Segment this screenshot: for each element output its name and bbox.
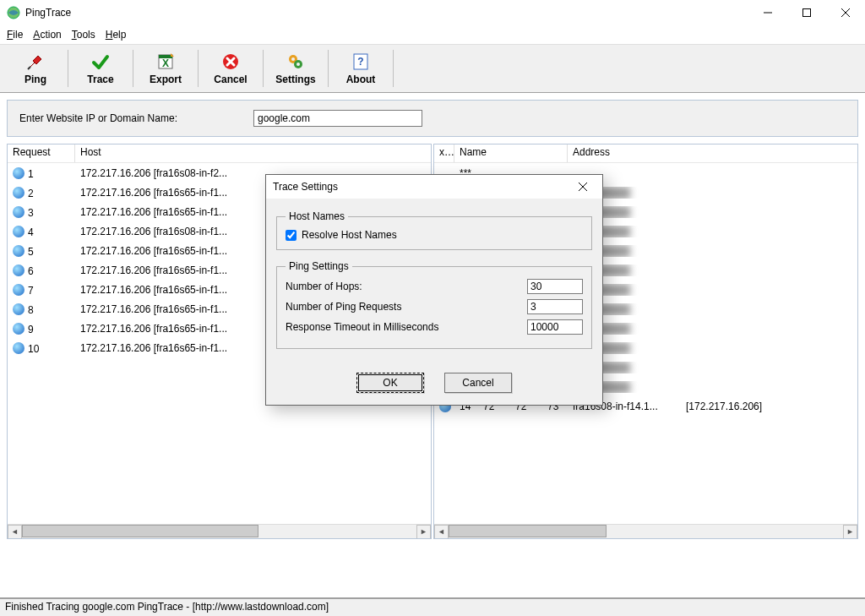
ping-requests-input[interactable] — [527, 299, 583, 314]
globe-icon — [13, 264, 24, 276]
cancel-icon — [220, 52, 241, 72]
globe-icon — [13, 245, 24, 257]
resolve-hostnames-label: Resolve Host Names — [302, 229, 397, 241]
dialog-close-button[interactable] — [570, 175, 596, 199]
svg-point-14 — [296, 63, 300, 66]
help-icon: ? — [351, 52, 371, 72]
toolbar: Ping Trace X Export Cancel Settings ? Ab… — [0, 44, 865, 93]
status-bar: Finished Tracing google.com PingTrace - … — [0, 597, 865, 616]
dialog-cancel-button[interactable]: Cancel — [444, 373, 512, 393]
window-close-button[interactable] — [826, 0, 865, 25]
dialog-ok-button[interactable]: OK — [356, 373, 424, 393]
timeout-input[interactable] — [527, 319, 583, 335]
globe-icon — [13, 167, 24, 179]
check-icon — [90, 52, 111, 72]
ping-button[interactable]: Ping — [5, 46, 66, 90]
globe-icon — [13, 303, 24, 315]
menu-tools[interactable]: Tools — [72, 29, 95, 41]
address-panel: Enter Website IP or Domain Name: — [7, 100, 858, 137]
globe-icon — [13, 284, 24, 296]
menu-action[interactable]: Action — [33, 29, 61, 41]
window-minimize-button[interactable] — [748, 0, 787, 25]
hops-input[interactable] — [527, 279, 583, 294]
timeout-label: Response Timeout in Milliseconds — [286, 321, 438, 333]
left-scrollbar[interactable]: ◄► — [8, 524, 431, 538]
col-hop[interactable]: x... — [434, 144, 454, 162]
svg-point-12 — [291, 57, 295, 61]
svg-rect-3 — [803, 9, 811, 17]
col-name[interactable]: Name — [454, 144, 568, 162]
hostnames-group: Host Names Resolve Host Names — [276, 210, 592, 250]
address-label: Enter Website IP or Domain Name: — [19, 112, 177, 124]
trace-button[interactable]: Trace — [70, 46, 131, 90]
col-address[interactable]: Address — [568, 144, 857, 162]
settings-button[interactable]: Settings — [265, 46, 326, 90]
ping-requests-label: Number of Ping Requests — [286, 301, 401, 313]
globe-icon — [13, 323, 24, 335]
trace-settings-dialog: Trace Settings Host Names Resolve Host N… — [265, 174, 603, 406]
svg-text:?: ? — [357, 56, 363, 68]
address-input[interactable] — [253, 110, 422, 127]
pin-icon — [25, 52, 46, 72]
svg-text:X: X — [162, 57, 169, 69]
globe-icon — [13, 187, 24, 199]
export-button[interactable]: X Export — [135, 46, 196, 90]
window-title: PingTrace — [25, 7, 748, 19]
resolve-hostnames-checkbox[interactable] — [286, 230, 296, 241]
dialog-title: Trace Settings — [273, 181, 570, 193]
menu-bar: FFileile Action Tools Help — [0, 25, 865, 44]
app-icon — [7, 6, 20, 19]
menu-file[interactable]: FFileile — [7, 29, 23, 41]
col-host[interactable]: Host — [75, 144, 431, 162]
hops-label: Number of Hops: — [286, 281, 362, 292]
globe-icon — [13, 206, 24, 218]
window-maximize-button[interactable] — [787, 0, 826, 25]
menu-help[interactable]: Help — [106, 29, 127, 41]
globe-icon — [13, 226, 24, 237]
ping-settings-group: Ping Settings Number of Hops: Number of … — [276, 260, 592, 349]
cancel-button[interactable]: Cancel — [200, 46, 261, 90]
col-request[interactable]: Request — [8, 144, 75, 162]
export-excel-icon: X — [155, 52, 176, 72]
globe-icon — [13, 342, 24, 354]
svg-line-6 — [28, 67, 30, 69]
right-scrollbar[interactable]: ◄► — [434, 524, 857, 538]
gear-icon — [286, 52, 306, 72]
about-button[interactable]: ? About — [330, 46, 391, 90]
window-titlebar: PingTrace — [0, 0, 865, 25]
